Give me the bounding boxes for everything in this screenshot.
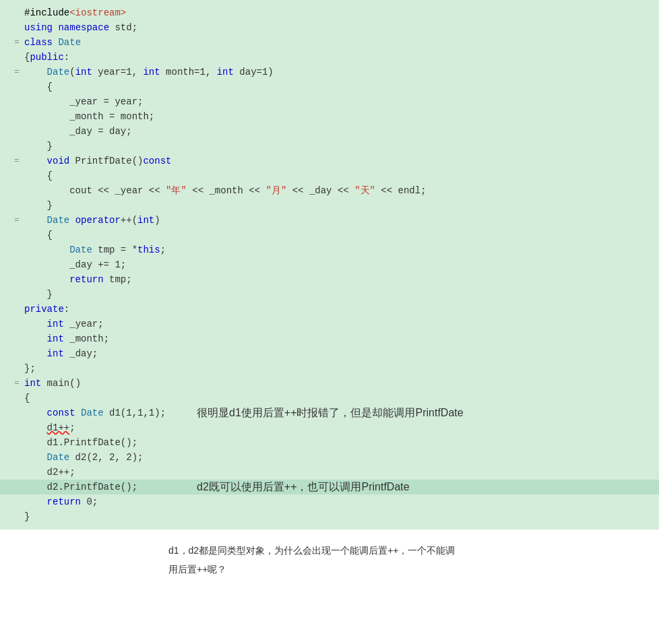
line-content: { — [22, 168, 659, 183]
code-line-35: } — [0, 509, 659, 524]
code-line-34: return 0; — [0, 494, 659, 509]
annotation-d1: 很明显d1使用后置++时报错了，但是却能调用PrintfDate — [197, 406, 464, 420]
bottom-comment-line1: d1，d2都是同类型对象，为什么会出现一个能调后置++，一个不能调 — [168, 543, 659, 559]
code-line-6: { — [0, 79, 659, 94]
bottom-comment-line2: 用后置++呢？ — [168, 562, 659, 578]
code-line-28: const Date d1(1,1,1); 很明显d1使用后置++时报错了，但是… — [0, 406, 659, 420]
line-content: _day = day; — [22, 124, 659, 139]
code-line-16: { — [0, 228, 659, 243]
line-content: {public: — [22, 50, 659, 65]
code-line-9: _day = day; — [0, 124, 659, 139]
code-line-25: }; — [0, 361, 659, 376]
line-content: d1++; — [22, 420, 659, 435]
line-content: } — [22, 198, 659, 213]
code-line-18: _day += 1; — [0, 257, 659, 272]
code-line-24: int _day; — [0, 346, 659, 361]
code-line-12: { — [0, 168, 659, 183]
code-line-26: = int main() — [0, 376, 659, 391]
line-content: using namespace std; — [22, 20, 659, 35]
annotation-d2: d2既可以使用后置++，也可以调用PrintfDate — [197, 480, 410, 494]
line-content: class Date — [22, 35, 659, 50]
line-content: Date(int year=1, int month=1, int day=1) — [22, 65, 659, 79]
line-marker: = — [12, 376, 22, 391]
code-line-22: int _year; — [0, 317, 659, 331]
code-line-30: d1.PrintfDate(); — [0, 435, 659, 450]
line-content: } — [22, 287, 659, 302]
line-content: int _day; — [22, 346, 659, 361]
line-content: d2.PrintfDate(); — [22, 480, 177, 494]
code-line-31: Date d2(2, 2, 2); — [0, 450, 659, 465]
code-line-21: private: — [0, 302, 659, 317]
line-content: } — [22, 509, 659, 524]
code-line-4: {public: — [0, 50, 659, 65]
code-line-20: } — [0, 287, 659, 302]
line-content: _day += 1; — [22, 257, 659, 272]
line-content: const Date d1(1,1,1); — [22, 406, 177, 420]
line-content: { — [22, 391, 659, 406]
code-line-33: d2.PrintfDate(); d2既可以使用后置++，也可以调用Printf… — [0, 480, 659, 494]
code-line-11: = void PrintfDate()const — [0, 154, 659, 168]
code-line-23: int _month; — [0, 331, 659, 346]
bottom-comment-section: d1，d2都是同类型对象，为什么会出现一个能调后置++，一个不能调 用后置++呢… — [0, 529, 659, 591]
line-content: _year = year; — [22, 94, 659, 109]
line-content: }; — [22, 361, 659, 376]
line-content: return tmp; — [22, 272, 659, 287]
code-line-19: return tmp; — [0, 272, 659, 287]
code-line-2: using namespace std; — [0, 20, 659, 35]
line-content: private: — [22, 302, 659, 317]
line-content: } — [22, 139, 659, 154]
line-marker: = — [12, 213, 22, 228]
code-editor: #include<iostream> using namespace std; … — [0, 0, 659, 529]
line-content: int _year; — [22, 317, 659, 331]
line-content: Date d2(2, 2, 2); — [22, 450, 659, 465]
code-line-7: _year = year; — [0, 94, 659, 109]
line-content: #include<iostream> — [22, 5, 659, 20]
code-line-27: { — [0, 391, 659, 406]
line-content: void PrintfDate()const — [22, 154, 659, 168]
line-content: d1.PrintfDate(); — [22, 435, 659, 450]
line-marker: = — [12, 154, 22, 168]
line-content: d2++; — [22, 465, 659, 480]
line-marker: = — [12, 35, 22, 50]
code-line-15: = Date operator++(int) — [0, 213, 659, 228]
line-content: { — [22, 228, 659, 243]
code-line-13: cout << _year << "年" << _month << "月" <<… — [0, 183, 659, 198]
line-content: int main() — [22, 376, 659, 391]
code-line-17: Date tmp = *this; — [0, 243, 659, 257]
line-content: _month = month; — [22, 109, 659, 124]
code-line-5: = Date(int year=1, int month=1, int day=… — [0, 65, 659, 79]
code-line-8: _month = month; — [0, 109, 659, 124]
code-line-1: #include<iostream> — [0, 5, 659, 20]
code-line-3: = class Date — [0, 35, 659, 50]
line-content: { — [22, 79, 659, 94]
line-content: return 0; — [22, 494, 659, 509]
line-content: cout << _year << "年" << _month << "月" <<… — [22, 183, 659, 198]
line-marker: = — [12, 65, 22, 79]
line-content: Date tmp = *this; — [22, 243, 659, 257]
code-line-14: } — [0, 198, 659, 213]
code-line-29: d1++; — [0, 420, 659, 435]
code-line-10: } — [0, 139, 659, 154]
code-line-32: d2++; — [0, 465, 659, 480]
line-content: int _month; — [22, 331, 659, 346]
line-content: Date operator++(int) — [22, 213, 659, 228]
